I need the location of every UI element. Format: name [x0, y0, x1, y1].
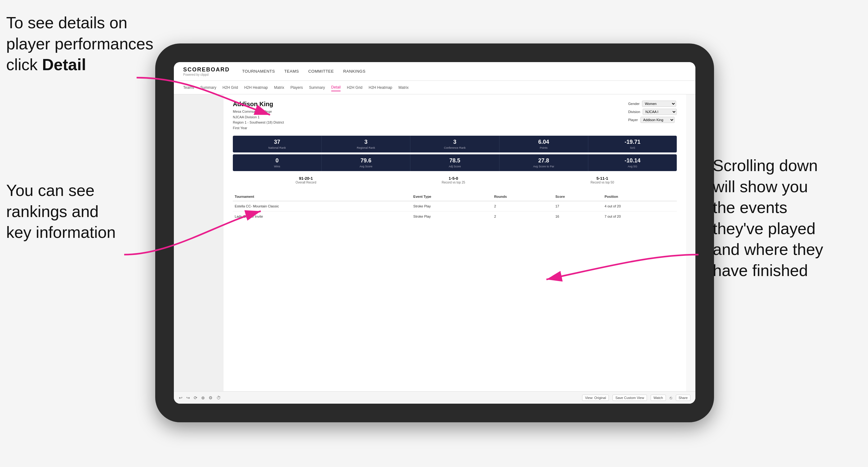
- tournament-table: Tournament Event Type Rounds Score Posit…: [233, 192, 677, 221]
- sub-nav-h2hheatmap[interactable]: H2H Heatmap: [244, 84, 268, 91]
- stat-avg-score-par-value: 27.8: [501, 157, 586, 164]
- logo-sub: Powered by clippd: [183, 73, 230, 76]
- left-sidebar: [174, 94, 223, 391]
- sub-nav-h2hgrid[interactable]: H2H Grid: [223, 84, 238, 91]
- stat-conference-rank: 3 Conference Rank: [410, 136, 499, 152]
- ann-r-4: they've played: [713, 220, 815, 238]
- refresh-icon[interactable]: ⟳: [194, 395, 197, 400]
- record-top50-value: 5-11-1: [590, 176, 614, 181]
- player-select[interactable]: Addison King: [641, 117, 675, 123]
- annotation-right: Scrolling down will show you the events …: [713, 155, 862, 281]
- zoom-in-icon[interactable]: ⊕: [201, 395, 205, 400]
- record-top25: 1-5-0 Record vs top 25: [442, 176, 465, 184]
- clock-icon[interactable]: ⏱: [216, 395, 221, 400]
- stats-row-1: 37 National Rank 3 Regional Rank 3 Confe…: [233, 136, 677, 152]
- detail-panel: Addison King Mesa Community College NJCA…: [223, 94, 686, 391]
- table-row: Lady Coyote Invite Stroke Play 2 16 7 ou…: [233, 212, 677, 222]
- division-select[interactable]: NJCAA I: [643, 109, 677, 115]
- ann-r-6: have finished: [713, 261, 808, 279]
- player-info: Addison King Mesa Community College NJCA…: [233, 101, 284, 131]
- gender-filter-row: Gender Women: [628, 101, 677, 107]
- col-event-type: Event Type: [411, 192, 492, 201]
- player-filter-row: Player Addison King: [628, 117, 677, 123]
- stat-regional-rank: 3 Regional Rank: [321, 136, 410, 152]
- stat-avg-score-par: 27.8 Avg Score to Par: [499, 154, 588, 171]
- nav-teams[interactable]: TEAMS: [284, 69, 299, 73]
- sub-nav-h2hgrid2[interactable]: H2H Grid: [347, 84, 362, 91]
- sub-nav-summary[interactable]: Summary: [200, 84, 216, 91]
- sub-nav-matrix2[interactable]: Matrix: [399, 84, 409, 91]
- player-school: Mesa Community College: [233, 109, 284, 115]
- col-position: Position: [603, 192, 677, 201]
- nav-committee[interactable]: COMMITTEE: [308, 69, 334, 73]
- col-tournament: Tournament: [233, 192, 411, 201]
- player-year: First Year: [233, 125, 284, 131]
- stat-points: 6.04 Points: [499, 136, 588, 152]
- stat-wins-value: 0: [235, 157, 319, 164]
- sub-nav-teams[interactable]: Teams: [183, 84, 194, 91]
- nav-tournaments[interactable]: TOURNAMENTS: [242, 69, 275, 73]
- player-header: Addison King Mesa Community College NJCA…: [233, 101, 677, 131]
- sub-nav: Teams Summary H2H Grid H2H Heatmap Matri…: [174, 81, 695, 94]
- records-row: 91-20-1 Overall Record 1-5-0 Record vs t…: [233, 173, 677, 187]
- stat-regional-rank-value: 3: [323, 139, 408, 145]
- row1-position: 4 out of 20: [603, 201, 677, 212]
- stat-avg-sg: -10.14 Avg SG: [588, 154, 677, 171]
- stat-sos-value: -19.71: [590, 139, 675, 145]
- ann-bl-1: You can see: [6, 181, 94, 199]
- top-nav: SCOREBOARD Powered by clippd TOURNAMENTS…: [174, 62, 695, 81]
- player-name: Addison King: [233, 101, 284, 108]
- row1-rounds: 2: [492, 201, 554, 212]
- top-nav-links: TOURNAMENTS TEAMS COMMITTEE RANKINGS: [242, 69, 365, 73]
- redo-icon[interactable]: ↪: [186, 395, 190, 400]
- stat-sos-label: SoS: [590, 146, 675, 149]
- record-top50: 5-11-1 Record vs top 50: [590, 176, 614, 184]
- logo-title: SCOREBOARD: [183, 66, 230, 73]
- record-top25-value: 1-5-0: [442, 176, 465, 181]
- player-filter-label: Player: [628, 118, 638, 122]
- row1-score: 17: [554, 201, 603, 212]
- stat-points-label: Points: [501, 146, 586, 149]
- ann-bl-2: rankings and: [6, 203, 99, 220]
- stat-adj-score: 78.5 Adj Score: [410, 154, 499, 171]
- share-button[interactable]: Share: [676, 395, 690, 401]
- col-score: Score: [554, 192, 603, 201]
- record-overall-value: 91-20-1: [296, 176, 316, 181]
- stat-avg-sg-value: -10.14: [590, 157, 675, 164]
- sub-nav-matrix[interactable]: Matrix: [274, 84, 284, 91]
- stat-national-rank: 37 National Rank: [233, 136, 321, 152]
- stat-conference-rank-label: Conference Rank: [412, 146, 497, 149]
- tablet-frame: SCOREBOARD Powered by clippd TOURNAMENTS…: [155, 43, 714, 422]
- watch-button[interactable]: Watch: [651, 395, 666, 401]
- ann-bl-3: key information: [6, 223, 116, 241]
- stat-regional-rank-label: Regional Rank: [323, 146, 408, 149]
- settings-icon[interactable]: ⚙: [209, 395, 213, 400]
- gender-select[interactable]: Women: [642, 101, 676, 107]
- player-division: NJCAA Division 1: [233, 115, 284, 120]
- stat-national-rank-label: National Rank: [235, 146, 319, 149]
- division-label: Division: [628, 110, 640, 114]
- stat-avg-score: 79.6 Avg Score: [321, 154, 410, 171]
- col-rounds: Rounds: [492, 192, 554, 201]
- scoreboard-logo: SCOREBOARD Powered by clippd: [183, 66, 230, 76]
- stat-adj-score-label: Adj Score: [412, 165, 497, 168]
- ann-r-1: Scrolling down: [713, 156, 818, 175]
- share-icon[interactable]: ⎋: [670, 395, 672, 400]
- sub-nav-h2hheatmap2[interactable]: H2H Heatmap: [369, 84, 392, 91]
- stat-points-value: 6.04: [501, 139, 586, 145]
- sub-nav-summary2[interactable]: Summary: [309, 84, 325, 91]
- stat-avg-sg-label: Avg SG: [590, 165, 675, 168]
- record-overall: 91-20-1 Overall Record: [296, 176, 316, 184]
- save-custom-button[interactable]: Save Custom View: [613, 395, 647, 401]
- sub-nav-detail[interactable]: Detail: [331, 84, 341, 91]
- ann-r-3: the events: [713, 198, 787, 216]
- division-filter-row: Division NJCAA I: [628, 109, 677, 115]
- record-top50-label: Record vs top 50: [590, 181, 614, 184]
- sub-nav-players[interactable]: Players: [290, 84, 303, 91]
- undo-icon[interactable]: ↩: [179, 395, 183, 400]
- nav-rankings[interactable]: RANKINGS: [343, 69, 365, 73]
- stat-conference-rank-value: 3: [412, 139, 497, 145]
- view-original-button[interactable]: View: Original: [582, 395, 609, 401]
- stat-national-rank-value: 37: [235, 139, 319, 145]
- stat-sos: -19.71 SoS: [588, 136, 677, 152]
